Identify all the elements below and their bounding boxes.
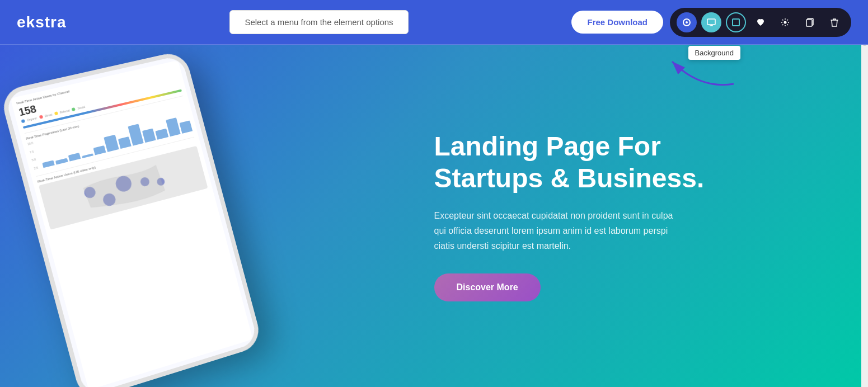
bar-11 [165,117,180,137]
bar-2 [55,158,68,165]
discover-more-button[interactable]: Discover More [434,273,541,301]
select-menu-box: Select a menu from the element options [229,10,409,34]
bar-5 [93,145,106,155]
screen-icon-button[interactable] [701,12,721,32]
svg-rect-8 [806,20,812,26]
hero-subtitle: Excepteur sint occaecat cupidatat non pr… [434,208,681,254]
logo: ekstra [17,13,67,31]
svg-point-1 [686,21,688,23]
bar-3 [68,153,81,162]
copy-icon-button[interactable] [800,12,820,32]
svg-point-6 [784,21,787,23]
legend-dot-organic [21,119,26,123]
legend-dot-social [72,107,76,111]
bar-9 [142,128,156,143]
phone-screen: Real-Time Active Users by Channel 158 Or… [4,55,258,387]
square-icon-button[interactable] [726,12,746,32]
svg-rect-5 [733,19,739,26]
bar-7 [118,136,131,149]
circle-icon-button[interactable] [677,12,697,32]
hero-title: Landing Page For Startups & Business. [434,130,835,195]
bar-6 [104,135,119,152]
free-download-button[interactable]: Free Download [571,11,663,34]
top-right-controls: Free Download [571,8,851,37]
bar-10 [156,129,168,140]
top-bar: ekstra Select a menu from the element op… [0,0,868,45]
bar-1 [42,160,55,168]
toolbar-icons [670,8,851,37]
trash-icon-button[interactable] [824,12,844,32]
legend-dot-direct [39,115,43,119]
heart-icon-button[interactable] [750,12,771,32]
phone-mockup: Real-Time Active Users by Channel 158 Or… [0,50,263,387]
bar-12 [179,120,193,134]
phone-container: Real-Time Active Users by Channel 158 Or… [0,56,280,387]
scrollbar[interactable] [861,0,868,387]
phone-screen-inner: Real-Time Active Users by Channel 158 Or… [11,60,253,387]
gear-icon-button[interactable] [775,12,795,32]
background-tooltip: Background [688,46,740,60]
bar-4 [82,153,93,158]
svg-rect-2 [707,19,715,25]
legend-dot-referral [54,111,58,115]
